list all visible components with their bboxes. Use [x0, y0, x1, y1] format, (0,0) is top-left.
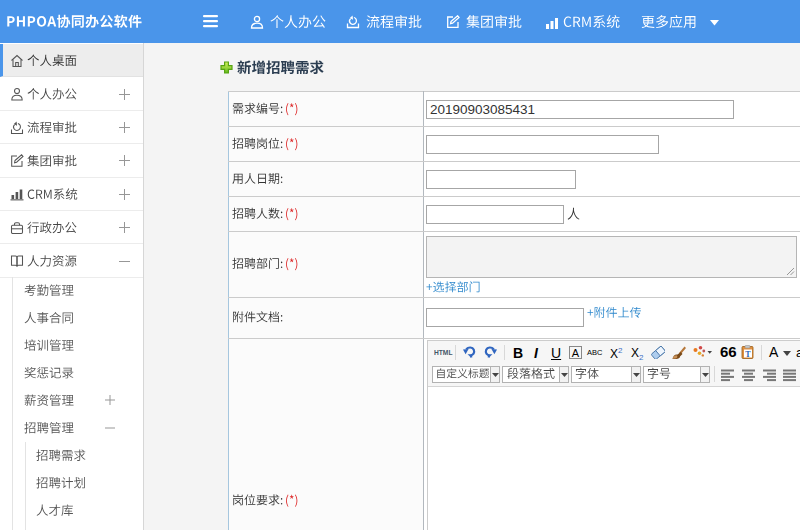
svg-text:T: T — [745, 350, 751, 359]
